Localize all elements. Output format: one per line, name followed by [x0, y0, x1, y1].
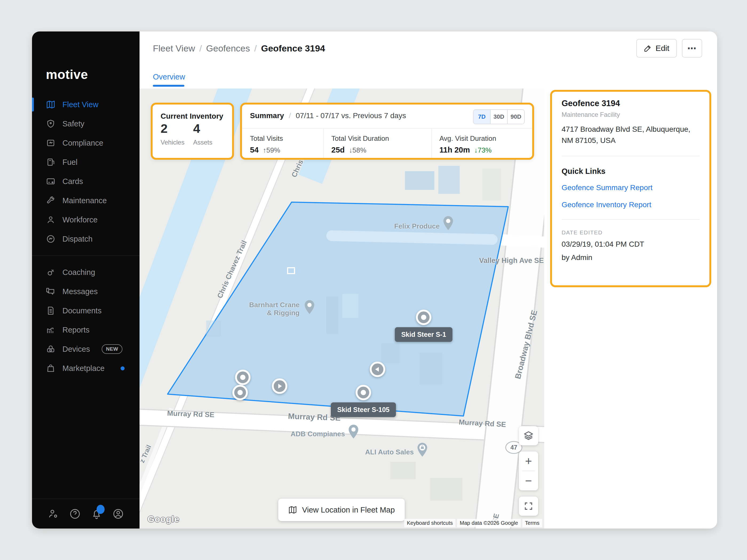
view-location-label: View Location in Fleet Map	[302, 506, 395, 514]
zoom-out-button[interactable]: −	[519, 471, 538, 490]
assets-count: 4	[193, 121, 200, 136]
geofence-summary-report-link[interactable]: Geofence Summary Report	[562, 184, 652, 192]
asset-label-skid-steer-s1[interactable]: Skid Steer S-1	[395, 327, 453, 342]
stat-label: Total Visit Duration	[331, 134, 389, 143]
stat-label: Total Visits	[250, 134, 283, 143]
sidebar-item-compliance[interactable]: Compliance	[32, 133, 139, 153]
edit-button[interactable]: Edit	[636, 39, 677, 58]
current-inventory-card: Current Inventory 2 Vehicles 4 Assets	[151, 103, 234, 160]
tab-overview[interactable]: Overview	[153, 73, 185, 81]
stat-value: 54	[250, 145, 259, 154]
map-icon	[46, 100, 55, 109]
sidebar-item-marketplace[interactable]: Marketplace	[32, 359, 139, 378]
map-icon	[288, 505, 297, 514]
google-logo: Google	[148, 514, 180, 524]
account-icon[interactable]	[112, 508, 124, 520]
sidebar-item-label: Dispatch	[62, 235, 93, 243]
fullscreen-icon	[524, 501, 533, 511]
app-window: motive Fleet View Safety Compliance Fuel	[32, 31, 717, 529]
notifications-bell-icon[interactable]	[91, 508, 102, 520]
asset-marker-a[interactable]	[235, 370, 251, 385]
period-7d-button[interactable]: 7D	[473, 110, 490, 124]
sidebar-footer	[32, 499, 139, 529]
sidebar-item-messages[interactable]: Messages	[32, 282, 139, 301]
layers-icon	[523, 430, 534, 441]
terms-link[interactable]: Terms	[522, 519, 542, 527]
sidebar-item-cards[interactable]: Cards	[32, 172, 139, 191]
street-label-murray-rd-1: Murray Rd SE	[167, 409, 214, 419]
wrench-icon	[46, 196, 55, 205]
asset-label-skid-steer-s105[interactable]: Skid Steer S-105	[331, 402, 396, 417]
sidebar-item-documents[interactable]: Documents	[32, 301, 139, 320]
zoom-in-button[interactable]: +	[519, 451, 538, 471]
device-icon	[46, 344, 55, 354]
keyboard-shortcuts-link[interactable]: Keyboard shortcuts	[404, 519, 456, 527]
vehicle-marker-heading-right[interactable]	[272, 378, 287, 394]
sidebar-item-reports[interactable]: Reports	[32, 320, 139, 340]
vehicle-marker-heading-left[interactable]	[370, 362, 385, 377]
edited-by: by Admin	[562, 253, 592, 262]
sidebar-item-label: Cards	[62, 177, 83, 186]
arrow-right-icon	[276, 382, 284, 390]
person-icon	[46, 215, 55, 224]
sidebar-item-label: Fuel	[62, 158, 77, 167]
stat-change: ↑59%	[263, 146, 280, 154]
asset-marker-b[interactable]	[232, 385, 248, 400]
map-data-credit: Map data ©2026 Google	[457, 519, 520, 527]
geofence-name: Geofence 3194	[562, 99, 620, 108]
fuel-pump-icon	[46, 157, 55, 167]
credit-card-icon	[46, 177, 55, 186]
inventory-card-title: Current Inventory	[161, 112, 223, 121]
sidebar-item-fuel[interactable]: Fuel	[32, 153, 139, 172]
sidebar-item-devices[interactable]: Devices NEW	[32, 340, 139, 359]
date-edited-label: DATE EDITED	[562, 229, 603, 236]
barnhart-pin[interactable]	[304, 299, 315, 314]
breadcrumb-separator: /	[199, 43, 202, 54]
more-actions-button[interactable]: ⋯	[682, 39, 702, 58]
poi-label-ali-auto-sales: ALI Auto Sales	[365, 448, 414, 456]
pencil-icon	[644, 44, 652, 52]
sidebar-item-label: Messages	[62, 287, 98, 296]
summary-separator: /	[289, 111, 291, 120]
sidebar-item-fleet-view[interactable]: Fleet View	[32, 95, 139, 114]
info-divider	[562, 219, 700, 220]
asset-marker-skid-steer-s1[interactable]	[416, 310, 431, 325]
map-canvas[interactable]: Valley High Ave SE Chris Chavez Trail Ch…	[139, 88, 544, 529]
sidebar-item-dispatch[interactable]: Dispatch	[32, 229, 139, 248]
geofence-info-card: Geofence 3194 Maintenance Facility 4717 …	[550, 90, 711, 287]
admin-settings-icon[interactable]	[48, 508, 59, 520]
asset-marker-skid-steer-s105[interactable]	[356, 385, 371, 400]
notification-dot	[121, 366, 125, 370]
summary-date-range: 07/11 - 07/17 vs. Previous 7 days	[295, 111, 406, 120]
ali-auto-sales-pin[interactable]	[416, 442, 428, 457]
help-icon[interactable]	[69, 508, 81, 520]
map-zoom-control: + −	[519, 451, 538, 490]
sidebar-item-label: Safety	[62, 119, 84, 128]
stat-change: ↓58%	[349, 146, 366, 154]
sidebar-item-workforce[interactable]: Workforce	[32, 210, 139, 229]
poi-label-felix-produce: Felix Produce	[394, 222, 440, 230]
adb-pin[interactable]	[347, 424, 359, 439]
sidebar-item-label: Marketplace	[62, 364, 105, 373]
map-layers-button[interactable]	[519, 426, 538, 445]
active-indicator-bar	[32, 98, 34, 111]
felix-produce-pin[interactable]	[442, 215, 454, 231]
sidebar-item-maintenance[interactable]: Maintenance	[32, 191, 139, 210]
stat-value: 25d	[331, 145, 345, 154]
sidebar-item-safety[interactable]: Safety	[32, 114, 139, 133]
map-fullscreen-button[interactable]	[519, 497, 538, 516]
geofence-inventory-report-link[interactable]: Geofence Inventory Report	[562, 201, 651, 209]
shield-icon	[46, 119, 55, 129]
breadcrumb-geofences[interactable]: Geofences	[206, 43, 250, 54]
sidebar-nav: Fleet View Safety Compliance Fuel Cards …	[32, 95, 139, 378]
tab-active-underline	[153, 85, 184, 87]
motive-logo: motive	[46, 67, 88, 82]
breadcrumb-fleet-view[interactable]: Fleet View	[153, 43, 195, 54]
period-90d-button[interactable]: 90D	[507, 110, 524, 124]
date-edited-value: 03/29/19, 01:04 PM CDT	[562, 240, 644, 248]
sidebar-item-coaching[interactable]: Coaching	[32, 263, 139, 282]
view-location-in-fleet-map-button[interactable]: View Location in Fleet Map	[278, 499, 405, 521]
sidebar-item-label: Compliance	[62, 139, 103, 148]
map-attribution: Keyboard shortcuts Map data ©2026 Google…	[404, 519, 542, 527]
period-30d-button[interactable]: 30D	[490, 110, 507, 124]
